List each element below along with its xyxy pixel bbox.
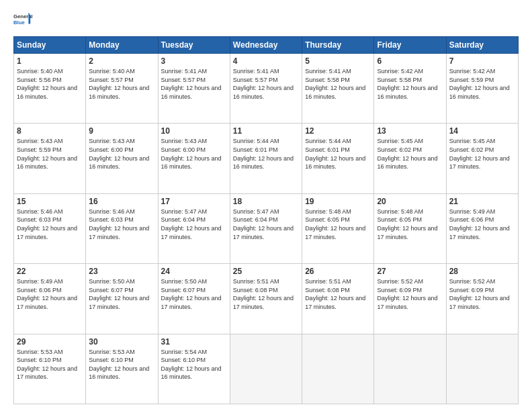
generalblue-logo-icon: General Blue [13, 11, 32, 30]
calendar-cell: 27Sunrise: 5:52 AMSunset: 6:09 PMDayligh… [374, 264, 446, 334]
day-of-week-header: Sunday [14, 37, 86, 54]
calendar-cell: 9Sunrise: 5:43 AMSunset: 6:00 PMDaylight… [86, 124, 158, 193]
day-number: 16 [89, 197, 154, 206]
day-info: Sunrise: 5:44 AMSunset: 6:01 PMDaylight:… [305, 137, 371, 171]
day-info: Sunrise: 5:41 AMSunset: 5:57 PMDaylight:… [161, 67, 227, 101]
calendar-cell: 24Sunrise: 5:50 AMSunset: 6:07 PMDayligh… [158, 264, 230, 334]
day-number: 29 [17, 337, 83, 347]
calendar-cell: 16Sunrise: 5:46 AMSunset: 6:03 PMDayligh… [86, 193, 158, 263]
day-number: 28 [449, 267, 515, 276]
day-number: 1 [17, 56, 83, 66]
calendar-cell: 15Sunrise: 5:46 AMSunset: 6:03 PMDayligh… [14, 193, 86, 263]
day-info: Sunrise: 5:50 AMSunset: 6:07 PMDaylight:… [89, 277, 154, 311]
day-info: Sunrise: 5:50 AMSunset: 6:07 PMDaylight:… [161, 277, 227, 311]
calendar-cell: 20Sunrise: 5:48 AMSunset: 6:05 PMDayligh… [374, 193, 446, 263]
calendar-cell: 12Sunrise: 5:44 AMSunset: 6:01 PMDayligh… [302, 124, 374, 193]
calendar-cell: 30Sunrise: 5:53 AMSunset: 6:10 PMDayligh… [86, 334, 158, 404]
day-number: 24 [161, 267, 227, 276]
day-of-week-header: Monday [86, 37, 158, 54]
day-number: 30 [89, 337, 154, 347]
day-number: 23 [89, 267, 154, 276]
calendar-cell: 6Sunrise: 5:42 AMSunset: 5:58 PMDaylight… [374, 54, 446, 124]
calendar-cell: 29Sunrise: 5:53 AMSunset: 6:10 PMDayligh… [14, 334, 86, 404]
day-info: Sunrise: 5:43 AMSunset: 5:59 PMDaylight:… [17, 137, 83, 171]
calendar-cell [302, 334, 374, 404]
day-number: 22 [17, 267, 83, 276]
day-number: 3 [161, 56, 227, 66]
page: General Blue SundayMondayTuesdayWednesda… [0, 0, 532, 411]
day-of-week-header: Wednesday [230, 37, 302, 54]
calendar-cell [446, 334, 518, 404]
day-number: 27 [377, 267, 443, 276]
day-number: 12 [305, 126, 371, 136]
calendar-cell: 13Sunrise: 5:45 AMSunset: 6:02 PMDayligh… [374, 124, 446, 193]
day-info: Sunrise: 5:48 AMSunset: 6:05 PMDaylight:… [305, 208, 371, 241]
day-number: 13 [377, 126, 443, 136]
day-info: Sunrise: 5:41 AMSunset: 5:57 PMDaylight:… [233, 67, 299, 101]
calendar-cell: 1Sunrise: 5:40 AMSunset: 5:56 PMDaylight… [14, 54, 86, 124]
day-number: 10 [161, 126, 227, 136]
day-info: Sunrise: 5:47 AMSunset: 6:04 PMDaylight:… [161, 208, 227, 241]
day-of-week-header: Friday [374, 37, 446, 54]
day-number: 2 [89, 56, 154, 66]
calendar-cell [374, 334, 446, 404]
day-info: Sunrise: 5:47 AMSunset: 6:04 PMDaylight:… [233, 208, 299, 241]
calendar-cell: 22Sunrise: 5:49 AMSunset: 6:06 PMDayligh… [14, 264, 86, 334]
day-info: Sunrise: 5:46 AMSunset: 6:03 PMDaylight:… [17, 208, 83, 241]
day-info: Sunrise: 5:46 AMSunset: 6:03 PMDaylight:… [89, 208, 154, 241]
day-info: Sunrise: 5:52 AMSunset: 6:09 PMDaylight:… [377, 277, 443, 311]
calendar-cell: 19Sunrise: 5:48 AMSunset: 6:05 PMDayligh… [302, 193, 374, 263]
calendar-cell: 31Sunrise: 5:54 AMSunset: 6:10 PMDayligh… [158, 334, 230, 404]
day-number: 26 [305, 267, 371, 276]
calendar-cell: 10Sunrise: 5:43 AMSunset: 6:00 PMDayligh… [158, 124, 230, 193]
day-info: Sunrise: 5:51 AMSunset: 6:08 PMDaylight:… [233, 277, 299, 311]
day-number: 17 [161, 197, 227, 206]
day-number: 18 [233, 197, 299, 206]
day-info: Sunrise: 5:45 AMSunset: 6:02 PMDaylight:… [377, 137, 443, 171]
calendar-cell: 14Sunrise: 5:45 AMSunset: 6:02 PMDayligh… [446, 124, 518, 193]
calendar-cell: 11Sunrise: 5:44 AMSunset: 6:01 PMDayligh… [230, 124, 302, 193]
calendar-cell: 8Sunrise: 5:43 AMSunset: 5:59 PMDaylight… [14, 124, 86, 193]
day-info: Sunrise: 5:42 AMSunset: 5:58 PMDaylight:… [377, 67, 443, 101]
day-info: Sunrise: 5:43 AMSunset: 6:00 PMDaylight:… [89, 137, 154, 171]
day-info: Sunrise: 5:48 AMSunset: 6:05 PMDaylight:… [377, 208, 443, 241]
day-number: 20 [377, 197, 443, 206]
day-info: Sunrise: 5:53 AMSunset: 6:10 PMDaylight:… [89, 348, 154, 381]
day-number: 8 [17, 126, 83, 136]
day-info: Sunrise: 5:53 AMSunset: 6:10 PMDaylight:… [17, 348, 83, 381]
day-info: Sunrise: 5:43 AMSunset: 6:00 PMDaylight:… [161, 137, 227, 171]
day-info: Sunrise: 5:40 AMSunset: 5:57 PMDaylight:… [89, 67, 154, 101]
day-of-week-header: Saturday [446, 37, 518, 54]
day-number: 7 [449, 56, 515, 66]
day-number: 4 [233, 56, 299, 66]
day-number: 31 [161, 337, 227, 347]
day-info: Sunrise: 5:41 AMSunset: 5:58 PMDaylight:… [305, 67, 371, 101]
calendar-cell: 17Sunrise: 5:47 AMSunset: 6:04 PMDayligh… [158, 193, 230, 263]
day-number: 19 [305, 197, 371, 206]
calendar-cell: 5Sunrise: 5:41 AMSunset: 5:58 PMDaylight… [302, 54, 374, 124]
day-info: Sunrise: 5:45 AMSunset: 6:02 PMDaylight:… [449, 137, 515, 171]
calendar-cell: 25Sunrise: 5:51 AMSunset: 6:08 PMDayligh… [230, 264, 302, 334]
calendar-cell: 3Sunrise: 5:41 AMSunset: 5:57 PMDaylight… [158, 54, 230, 124]
calendar-cell: 28Sunrise: 5:52 AMSunset: 6:09 PMDayligh… [446, 264, 518, 334]
calendar-table: SundayMondayTuesdayWednesdayThursdayFrid… [13, 36, 519, 404]
day-number: 21 [449, 197, 515, 206]
day-info: Sunrise: 5:52 AMSunset: 6:09 PMDaylight:… [449, 277, 515, 311]
calendar-cell: 7Sunrise: 5:42 AMSunset: 5:59 PMDaylight… [446, 54, 518, 124]
header: General Blue [13, 11, 519, 30]
calendar-cell: 2Sunrise: 5:40 AMSunset: 5:57 PMDaylight… [86, 54, 158, 124]
day-info: Sunrise: 5:49 AMSunset: 6:06 PMDaylight:… [449, 208, 515, 241]
day-info: Sunrise: 5:54 AMSunset: 6:10 PMDaylight:… [161, 348, 227, 381]
day-info: Sunrise: 5:40 AMSunset: 5:56 PMDaylight:… [17, 67, 83, 101]
day-number: 6 [377, 56, 443, 66]
day-number: 25 [233, 267, 299, 276]
calendar-cell: 18Sunrise: 5:47 AMSunset: 6:04 PMDayligh… [230, 193, 302, 263]
calendar-cell: 4Sunrise: 5:41 AMSunset: 5:57 PMDaylight… [230, 54, 302, 124]
day-info: Sunrise: 5:42 AMSunset: 5:59 PMDaylight:… [449, 67, 515, 101]
day-number: 9 [89, 126, 154, 136]
calendar-cell [230, 334, 302, 404]
day-number: 14 [449, 126, 515, 136]
day-number: 15 [17, 197, 83, 206]
day-info: Sunrise: 5:51 AMSunset: 6:08 PMDaylight:… [305, 277, 371, 311]
calendar-cell: 21Sunrise: 5:49 AMSunset: 6:06 PMDayligh… [446, 193, 518, 263]
